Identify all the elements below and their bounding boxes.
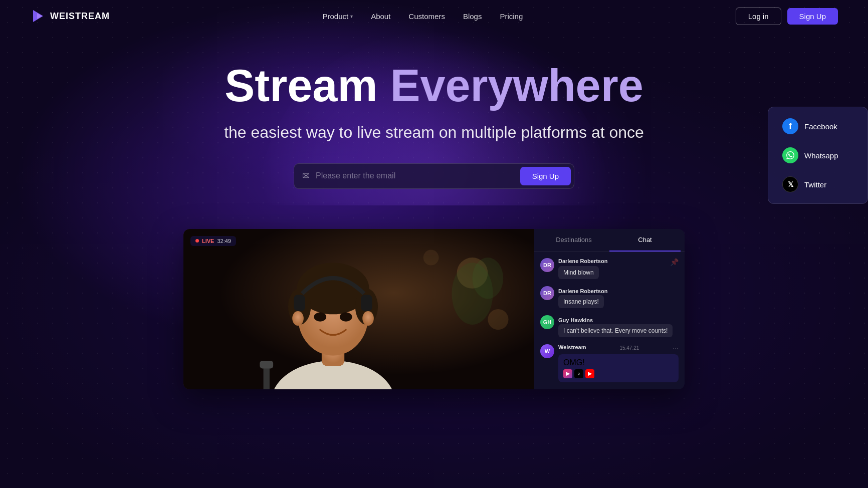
signup-form-button[interactable]: Sign Up: [520, 167, 571, 185]
video-panel: LIVE 32:49: [183, 229, 534, 389]
twitter-share-icon: 𝕏: [782, 176, 798, 192]
platform-icons: ▶ ♪ ▶: [563, 369, 674, 378]
chat-username-2: Darlene Robertson: [558, 288, 607, 294]
svg-point-17: [362, 311, 374, 326]
share-whatsapp[interactable]: Whatsapp: [776, 142, 859, 168]
svg-rect-20: [264, 366, 270, 389]
chat-username-3: Guy Hawkins: [558, 317, 593, 323]
nav-item-customers[interactable]: Customers: [408, 12, 445, 21]
share-facebook[interactable]: f Facebook: [776, 113, 859, 139]
avatar-guy: GH: [540, 315, 554, 329]
nav-actions: Log in Sign Up: [736, 8, 838, 25]
tiktok-icon: ♪: [574, 369, 583, 378]
nav-item-about[interactable]: About: [371, 12, 390, 21]
hero-section: Stream Everywhere the easiest way to liv…: [0, 32, 868, 209]
chat-tabs: Destinations Chat: [534, 229, 685, 252]
whatsapp-share-icon: [782, 147, 798, 163]
hero-title: Stream Everywhere: [10, 62, 858, 110]
instagram-icon: ▶: [563, 369, 572, 378]
svg-rect-21: [260, 361, 273, 368]
chat-username-1: Darlene Robertson: [558, 258, 607, 264]
logo-text: WEISTREAM: [50, 11, 110, 22]
share-twitter[interactable]: 𝕏 Twitter: [776, 171, 859, 197]
chat-message-2: DR Darlene Robertson Insane plays!: [540, 286, 679, 308]
chat-bubble-1: Mind blown: [558, 266, 599, 279]
nav-links: Product ▾ About Customers Blogs Pricing: [322, 12, 523, 21]
email-form: ✉ Sign Up: [294, 163, 574, 189]
signup-nav-button[interactable]: Sign Up: [787, 8, 838, 25]
chevron-down-icon: ▾: [350, 14, 353, 19]
login-button[interactable]: Log in: [736, 8, 781, 25]
pin-icon: 📌: [670, 258, 679, 266]
hero-subtitle: the easiest way to live stream on multip…: [208, 122, 660, 143]
nav-item-product[interactable]: Product ▾: [322, 12, 353, 21]
chat-message-3: GH Guy Hawkins I can't believe that. Eve…: [540, 315, 679, 337]
more-options-icon[interactable]: ···: [673, 344, 679, 352]
chat-bubble-3: I can't believe that. Every move counts!: [558, 324, 673, 337]
chat-time-4: 15:47:21: [619, 345, 639, 351]
twitter-share-label: Twitter: [804, 180, 826, 189]
svg-point-5: [423, 250, 439, 265]
dashboard-preview: LIVE 32:49 Destinations Chat DR Darlene …: [183, 229, 685, 389]
avatar-darlene-2: DR: [540, 286, 554, 300]
facebook-share-icon: f: [782, 118, 798, 134]
svg-point-15: [340, 312, 352, 322]
svg-point-4: [488, 309, 508, 330]
chat-bubble-2: Insane plays!: [558, 295, 604, 308]
avatar-darlene-1: DR: [540, 258, 554, 272]
tab-destinations[interactable]: Destinations: [538, 229, 609, 252]
chat-message-1: DR Darlene Robertson 📌 Mind blown: [540, 258, 679, 279]
navbar: WEISTREAM Product ▾ About Customers Blog…: [0, 0, 868, 32]
svg-rect-19: [361, 295, 372, 311]
chat-message-4: W Weistream 15:47:21 ··· OMG! ▶ ♪ ▶: [540, 344, 679, 382]
tab-chat[interactable]: Chat: [609, 229, 681, 252]
nav-item-blogs[interactable]: Blogs: [463, 12, 482, 21]
live-indicator: [195, 239, 199, 242]
facebook-share-label: Facebook: [804, 122, 837, 131]
whatsapp-share-label: Whatsapp: [804, 151, 838, 160]
chat-username-4: Weistream: [558, 344, 586, 350]
logo[interactable]: WEISTREAM: [30, 8, 110, 24]
live-badge: LIVE 32:49: [190, 236, 236, 246]
svg-point-7: [472, 258, 503, 299]
stream-video: [183, 229, 534, 389]
email-input[interactable]: [316, 171, 514, 180]
svg-point-14: [314, 312, 326, 322]
nav-item-pricing[interactable]: Pricing: [500, 12, 523, 21]
youtube-icon: ▶: [585, 369, 594, 378]
svg-point-16: [292, 311, 304, 326]
email-icon: ✉: [302, 170, 310, 181]
share-panel: f Facebook Whatsapp 𝕏 Twitter: [768, 107, 868, 204]
svg-marker-1: [37, 13, 42, 19]
logo-icon: [30, 8, 46, 24]
avatar-weistream: W: [540, 344, 554, 358]
svg-rect-18: [294, 295, 305, 311]
chat-panel: Destinations Chat DR Darlene Robertson 📌…: [534, 229, 685, 389]
chat-bubble-4: OMG!: [563, 358, 585, 367]
chat-messages: DR Darlene Robertson 📌 Mind blown DR Dar…: [534, 252, 685, 389]
